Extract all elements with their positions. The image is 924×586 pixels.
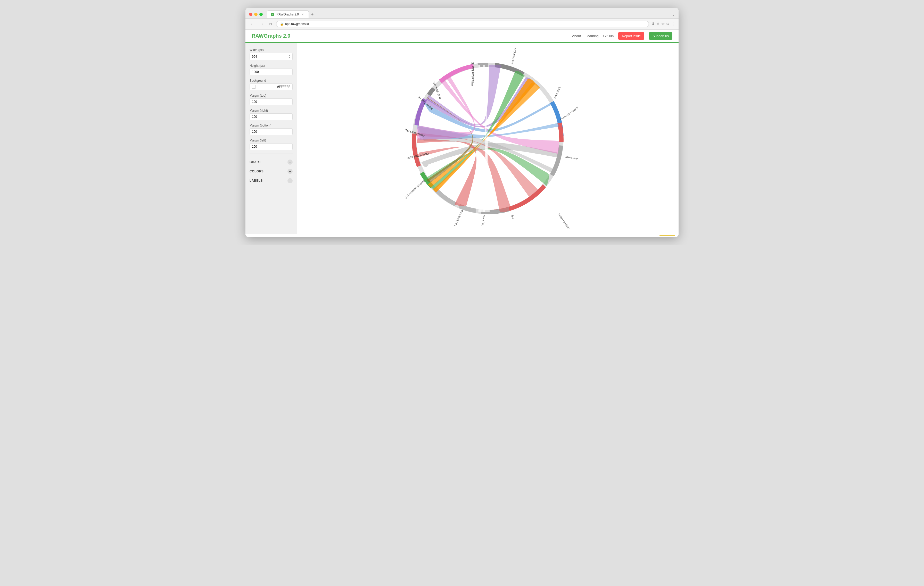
width-value: 994 — [252, 55, 257, 59]
height-row: Height (px) 1000 — [249, 64, 293, 75]
margin-left-row: Margin (left) 100 — [249, 139, 293, 150]
window-controls: ⌄ — [672, 12, 675, 16]
color-swatch — [252, 85, 256, 89]
margin-top-row: Margin (top) 100 — [249, 94, 293, 105]
margin-top-value: 100 — [252, 100, 257, 104]
tab-favicon: R — [271, 13, 274, 16]
github-link[interactable]: GitHub — [603, 34, 614, 38]
labels-section-label: LABELS — [249, 179, 263, 183]
logo-graphs: Graphs — [264, 33, 282, 39]
width-row: Width (px) 994 ▲ ▼ — [249, 48, 293, 60]
about-link[interactable]: About — [572, 34, 581, 38]
chart-section-toggle[interactable]: + — [287, 160, 293, 165]
margin-right-input[interactable]: 100 — [249, 114, 293, 120]
arc-cersei — [559, 123, 561, 142]
url-text: app.rawgraphs.io — [285, 22, 309, 26]
height-value: 1000 — [252, 70, 259, 74]
bottom-indicator — [660, 235, 675, 236]
label-stafford: Stafford Lannister (11) — [404, 179, 425, 199]
arc-rickon — [429, 89, 434, 95]
colors-section-toggle[interactable]: + — [287, 169, 293, 174]
chart-section-label: CHART — [249, 160, 261, 164]
background-row: Background #FFFFFF — [249, 79, 293, 90]
label-tyri: Tyri — [511, 214, 514, 219]
download-icon[interactable]: ⬇ — [652, 21, 655, 26]
maximize-button[interactable] — [259, 13, 263, 16]
new-tab-button[interactable]: + — [309, 11, 316, 18]
label-tyrion: Tyrion Lannister (325) — [558, 213, 574, 229]
spin-down[interactable]: ▼ — [288, 57, 290, 59]
background-value: #FFFFFF — [277, 85, 290, 89]
chart-area: Arya Stark Cersei Lannister (4) Jaime La… — [297, 43, 678, 234]
height-label: Height (px) — [249, 64, 293, 67]
label-jon: Jon Stark (124) — [510, 48, 517, 64]
labels-section-header[interactable]: LABELS + — [249, 176, 293, 185]
label-stark: Stark (11) — [482, 215, 485, 226]
divider-1 — [249, 153, 293, 154]
margin-top-label: Margin (top) — [249, 94, 293, 97]
label-bran: Bran Stark (40) — [454, 209, 464, 227]
logo-version: 2.0 — [282, 33, 290, 39]
close-button[interactable] — [249, 13, 252, 16]
tab-close-button[interactable]: ✕ — [301, 12, 305, 16]
width-input[interactable]: 994 ▲ ▼ — [249, 53, 293, 60]
margin-bottom-label: Margin (bottom) — [249, 124, 293, 127]
chart-section-header[interactable]: CHART + — [249, 158, 293, 167]
label-cersei: Cersei Lannister (4) — [560, 105, 578, 121]
width-label: Width (px) — [249, 48, 293, 52]
margin-right-label: Margin (right) — [249, 109, 293, 112]
refresh-button[interactable]: ↻ — [267, 21, 274, 27]
chord-diagram: Arya Stark Cersei Lannister (4) Jaime La… — [398, 48, 578, 229]
margin-left-value: 100 — [252, 145, 257, 148]
app-header: RAWGraphs 2.0 About Learning GitHub Repo… — [246, 30, 678, 43]
labels-section-toggle[interactable]: + — [287, 178, 293, 183]
report-issue-button[interactable]: Report issue — [618, 32, 644, 40]
arc-bran — [436, 189, 455, 204]
tab-title: RAWGraphs 2.0 — [276, 13, 299, 16]
bookmark-icon[interactable]: ☆ — [661, 21, 665, 26]
background-label: Background — [249, 79, 293, 82]
browser-actions: ⬇ ⬆ ☆ ⚙ ⋮ — [652, 21, 675, 26]
browser-window: R RAWGraphs 2.0 ✕ + ⌄ ← → ↻ 🔒 app.rawgra… — [246, 8, 678, 237]
minimize-button[interactable] — [254, 13, 257, 16]
margin-bottom-row: Margin (bottom) 100 — [249, 124, 293, 135]
left-panel: Width (px) 994 ▲ ▼ Height (px) 1000 Back… — [246, 43, 297, 234]
forward-button[interactable]: → — [258, 21, 265, 27]
margin-left-label: Margin (left) — [249, 139, 293, 142]
url-input[interactable]: 🔒 app.rawgraphs.io — [276, 21, 649, 27]
spin-up[interactable]: ▲ — [288, 54, 290, 56]
margin-left-input[interactable]: 100 — [249, 143, 293, 150]
label-arya: Arya Stark — [553, 86, 561, 99]
margin-bottom-input[interactable]: 100 — [249, 128, 293, 135]
active-tab[interactable]: R RAWGraphs 2.0 ✕ — [267, 10, 309, 18]
colors-section-header[interactable]: COLORS + — [249, 167, 293, 176]
menu-icon[interactable]: ⋮ — [671, 21, 675, 26]
main-layout: Width (px) 994 ▲ ▼ Height (px) 1000 Back… — [246, 43, 678, 234]
colors-section-label: COLORS — [249, 170, 264, 173]
lock-icon: 🔒 — [280, 22, 284, 26]
logo-raw: RAW — [252, 33, 264, 39]
traffic-lights — [249, 13, 263, 16]
label-jaime: Jaime Lannister (105) — [565, 155, 578, 162]
back-button[interactable]: ← — [249, 21, 256, 27]
bottom-bar — [246, 234, 678, 237]
width-spinner[interactable]: ▲ ▼ — [288, 54, 290, 59]
support-us-button[interactable]: Support us — [649, 32, 672, 40]
height-input[interactable]: 1000 — [249, 69, 293, 75]
margin-right-value: 100 — [252, 115, 257, 119]
label-william: William Lannister (3) — [471, 62, 474, 86]
title-bar: R RAWGraphs 2.0 ✕ + ⌄ — [246, 8, 678, 18]
tab-bar: R RAWGraphs 2.0 ✕ + — [267, 10, 669, 18]
margin-top-input[interactable]: 100 — [249, 99, 293, 105]
extensions-icon[interactable]: ⚙ — [666, 21, 670, 26]
url-bar-row: ← → ↻ 🔒 app.rawgraphs.io ⬇ ⬆ ☆ ⚙ ⋮ — [246, 18, 678, 30]
share-icon[interactable]: ⬆ — [657, 21, 660, 26]
background-input[interactable]: #FFFFFF — [249, 84, 293, 90]
margin-bottom-value: 100 — [252, 130, 257, 133]
app-logo: RAWGraphs 2.0 — [252, 33, 290, 39]
header-nav: About Learning GitHub Report issue Suppo… — [572, 32, 672, 40]
learning-link[interactable]: Learning — [586, 34, 599, 38]
margin-right-row: Margin (right) 100 — [249, 109, 293, 120]
